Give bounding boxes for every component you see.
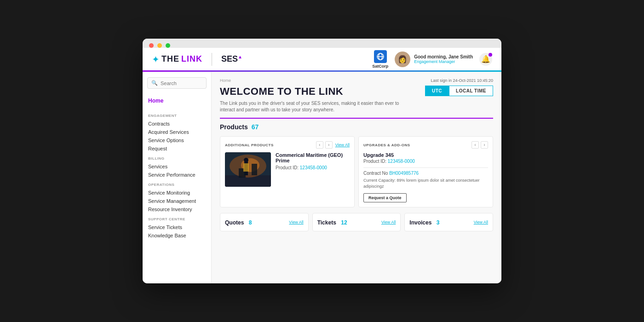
upgrade-contract: Contract No BH004985776 (363, 171, 488, 176)
prev-upgrade-button[interactable]: ‹ (472, 141, 479, 149)
expand-dot[interactable] (166, 43, 170, 48)
sidebar-item-contracts[interactable]: Contracts (148, 120, 206, 128)
the-link-logo: ✦ THE LINK (152, 54, 202, 65)
panel-nav: ‹ › (316, 141, 333, 149)
upgrades-nav: ‹ › (472, 141, 488, 149)
page-title: WELCOME TO THE LINK (220, 86, 413, 98)
nav-home: Home (143, 94, 211, 107)
browser-window: ✦ THE LINK SES▲ SatCorp (143, 39, 501, 283)
minimize-dot[interactable] (157, 43, 162, 48)
search-box[interactable]: 🔍 (147, 77, 207, 89)
sidebar-item-service-performance[interactable]: Service Performance (148, 171, 206, 179)
panels-row: ADDITIONAL PRODUCTS ‹ › View All (220, 136, 493, 207)
upgrades-panel: UPGRADES & ADD-ONS ‹ › Upgrade 345 Produ… (358, 136, 493, 207)
section-label-billing: BILLING (148, 156, 206, 161)
app-header: ✦ THE LINK SES▲ SatCorp (143, 48, 501, 72)
ses-logo: SES▲ (221, 54, 242, 64)
quotes-label: Quotes (225, 219, 244, 226)
additional-products-panel: ADDITIONAL PRODUCTS ‹ › View All (220, 136, 355, 207)
product-id-link[interactable]: 123458-0000 (300, 165, 327, 170)
logo-star-icon: ✦ (152, 54, 160, 65)
sidebar-item-service-monitoring[interactable]: Service Monitoring (148, 189, 206, 197)
maritime-scene-image (225, 152, 271, 187)
upgrades-header: UPGRADES & ADD-ONS ‹ › (363, 141, 488, 149)
additional-products-title: ADDITIONAL PRODUCTS (225, 143, 274, 147)
sidebar-item-service-tickets[interactable]: Service Tickets (148, 223, 206, 231)
svg-rect-11 (243, 163, 249, 172)
user-info: 👩 Good morning, Jane Smith Engagement Ma… (395, 52, 473, 67)
sidebar-item-service-management[interactable]: Service Management (148, 197, 206, 205)
tickets-label: Tickets (317, 219, 336, 226)
close-dot[interactable] (149, 43, 154, 48)
time-toggle: UTC LOCAL TIME (425, 86, 493, 96)
invoices-view-all[interactable]: View All (474, 220, 488, 224)
satcorp-icon (374, 50, 387, 63)
notification-badge (489, 53, 492, 57)
search-input[interactable] (161, 80, 202, 86)
invoices-label: Invoices (409, 219, 431, 226)
main-content: Home WELCOME TO THE LINK The Link puts y… (212, 72, 501, 283)
logo-area: ✦ THE LINK SES▲ (152, 53, 242, 66)
tickets-panel: Tickets 12 View All (312, 213, 401, 231)
product-id: Product ID: 123458-0000 (276, 165, 350, 170)
invoices-panel: Invoices 3 View All (404, 213, 493, 231)
product-name: Commerical Maritime (GEO) Prime (276, 152, 350, 163)
nav-section-billing: BILLING Services Service Performance (143, 154, 211, 180)
browser-chrome (143, 39, 501, 48)
utc-button[interactable]: UTC (425, 86, 449, 96)
upgrade-product-id-link[interactable]: 123458-0000 (388, 159, 415, 164)
breadcrumb: Home (220, 78, 413, 83)
section-label-engagement: ENGAGEMENT (148, 114, 206, 118)
next-product-button[interactable]: › (325, 141, 333, 149)
app-layout: 🔍 Home ENGAGEMENT Contracts Acquired Ser… (143, 72, 501, 283)
invoices-count: 3 (437, 219, 440, 226)
svg-rect-10 (252, 164, 257, 175)
nav-section-support: SUPPORT CENTRE Service Tickets Knowledge… (143, 214, 211, 241)
products-label: Products (220, 123, 248, 131)
sidebar-item-knowledge-base[interactable]: Knowledge Base (148, 231, 206, 240)
upgrade-name: Upgrade 345 (363, 152, 488, 158)
product-info: Commerical Maritime (GEO) Prime Product … (276, 152, 350, 187)
quotes-view-all[interactable]: View All (289, 220, 303, 224)
products-header: Products 67 (220, 123, 493, 131)
sidebar-item-home[interactable]: Home (148, 96, 206, 105)
quotes-panel: Quotes 8 View All (220, 213, 309, 231)
logo-divider (212, 53, 212, 66)
sidebar-item-service-options[interactable]: Service Options (148, 136, 206, 144)
prev-product-button[interactable]: ‹ (316, 141, 323, 149)
section-label-operations: OPERATIONS (148, 183, 206, 187)
header-right: SatCorp 👩 Good morning, Jane Smith Engag… (372, 50, 492, 69)
quotes-header: Quotes 8 View All (225, 218, 304, 226)
upgrade-capacity: Current Capacity: 89% lorem ipsum dolor … (363, 178, 488, 189)
sidebar-item-services[interactable]: Services (148, 162, 206, 171)
upgrade-contract-link[interactable]: BH004985776 (389, 171, 419, 176)
tickets-header: Tickets 12 View All (317, 218, 396, 226)
search-icon: 🔍 (151, 80, 158, 86)
nav-section-engagement: ENGAGEMENT Contracts Acquired Services S… (143, 111, 211, 154)
sidebar-item-acquired-services[interactable]: Acquired Services (148, 128, 206, 136)
invoices-header: Invoices 3 View All (409, 218, 488, 226)
user-details: Good morning, Jane Smith Engagement Mana… (414, 54, 473, 64)
sidebar: 🔍 Home ENGAGEMENT Contracts Acquired Ser… (143, 72, 212, 283)
upgrades-title: UPGRADES & ADD-ONS (363, 143, 410, 147)
tickets-count: 12 (341, 219, 347, 226)
request-quote-button[interactable]: Request a Quote (363, 193, 407, 202)
page-subtitle: The Link puts you in the driver's seat o… (220, 100, 413, 113)
quotes-count: 8 (249, 219, 252, 226)
notification-icon[interactable]: 🔔 (479, 53, 492, 66)
tickets-view-all[interactable]: View All (381, 220, 396, 224)
last-signin: Last sign in 24-Oct-2021 10:45:20 (425, 78, 493, 83)
product-image (225, 152, 271, 187)
local-time-button[interactable]: LOCAL TIME (449, 86, 493, 96)
satcorp-label: SatCorp (372, 64, 388, 69)
bottom-panels: Quotes 8 View All Tickets 12 View All (220, 213, 493, 231)
panel-controls: ‹ › View All (316, 141, 350, 149)
svg-point-8 (244, 158, 248, 162)
satcorp-badge[interactable]: SatCorp (372, 50, 388, 69)
additional-products-view-all[interactable]: View All (335, 143, 350, 147)
next-upgrade-button[interactable]: › (481, 141, 488, 149)
avatar: 👩 (395, 52, 410, 67)
section-label-support: SUPPORT CENTRE (148, 217, 206, 221)
sidebar-item-request[interactable]: Request (148, 144, 206, 153)
sidebar-item-resource-inventory[interactable]: Resource Inventory (148, 205, 206, 213)
